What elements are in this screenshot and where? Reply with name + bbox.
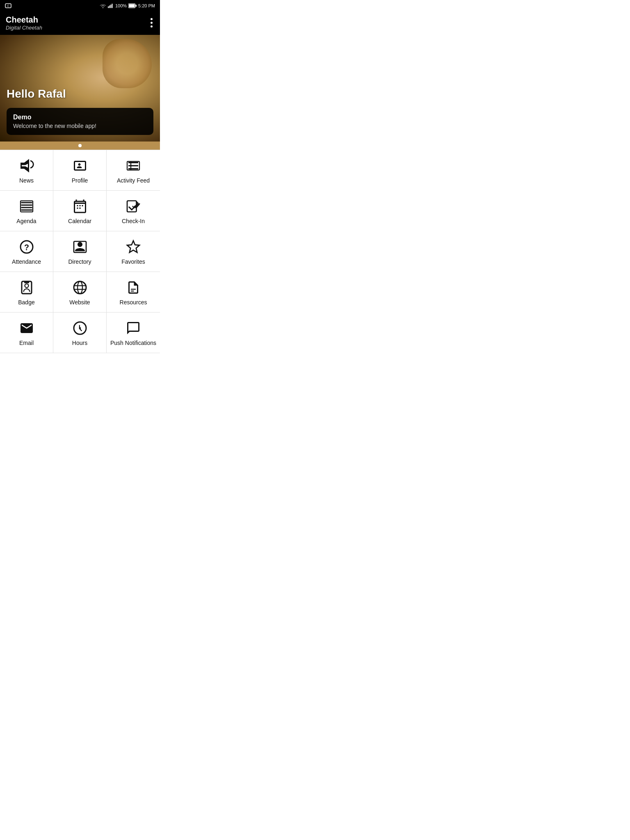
hero-card-body: Welcome to the new mobile app! — [13, 123, 147, 129]
grid-item-calendar[interactable]: Calendar — [53, 191, 107, 231]
grid-item-news[interactable]: News — [0, 150, 53, 191]
svg-rect-18 — [24, 281, 29, 283]
app-header: Cheetah Digital Cheetah — [0, 11, 160, 35]
battery-text: 100% — [115, 3, 127, 8]
more-menu-button[interactable] — [149, 16, 154, 29]
email-icon — [18, 320, 35, 336]
svg-rect-4 — [110, 5, 111, 8]
profile-icon — [72, 158, 88, 174]
push-notifications-icon — [125, 320, 142, 336]
grid-item-email[interactable]: Email — [0, 313, 53, 353]
grid-item-attendance[interactable]: ? Attendance — [0, 231, 53, 272]
hero-section: Hello Rafal Demo Welcome to the new mobi… — [0, 35, 160, 142]
svg-rect-5 — [112, 4, 112, 8]
grid-label-activity-feed: Activity Feed — [117, 177, 150, 184]
grid-item-push-notifications[interactable]: Push Notifications — [107, 313, 160, 353]
status-bar: C 100% 5:20 PM — [0, 0, 160, 11]
grid-item-check-in[interactable]: Check-In — [107, 191, 160, 231]
grid-item-agenda[interactable]: Agenda — [0, 191, 53, 231]
svg-point-20 — [78, 281, 82, 294]
carousel-dots — [0, 142, 160, 150]
calendar-icon — [72, 198, 88, 215]
grid-item-website[interactable]: Website — [53, 272, 107, 313]
hero-card-title: Demo — [13, 114, 147, 121]
time-text: 5:20 PM — [138, 3, 155, 8]
grid-label-check-in: Check-In — [122, 218, 145, 224]
svg-rect-8 — [129, 4, 135, 7]
grid-label-agenda: Agenda — [16, 218, 36, 224]
activity-feed-icon — [125, 158, 142, 174]
hero-greeting: Hello Rafal — [7, 87, 66, 100]
grid-label-news: News — [19, 177, 34, 184]
grid-item-badge[interactable]: Badge — [0, 272, 53, 313]
signal-icon — [108, 3, 114, 8]
grid-label-badge: Badge — [18, 299, 34, 306]
badge-icon — [18, 279, 35, 296]
grid-label-hours: Hours — [72, 340, 87, 346]
grid-item-profile[interactable]: Profile — [53, 150, 107, 191]
checkin-icon — [125, 198, 142, 215]
svg-text:C: C — [7, 5, 9, 7]
grid-item-activity-feed[interactable]: Activity Feed — [107, 150, 160, 191]
website-icon — [72, 279, 88, 296]
svg-text:?: ? — [24, 243, 29, 252]
svg-point-17 — [25, 284, 28, 288]
favorites-icon — [125, 239, 142, 255]
grid-item-hours[interactable]: Hours — [53, 313, 107, 353]
grid-label-attendance: Attendance — [12, 258, 41, 265]
grid-item-resources[interactable]: Resources — [107, 272, 160, 313]
svg-rect-2 — [108, 6, 109, 8]
resources-icon — [125, 279, 142, 296]
hero-card[interactable]: Demo Welcome to the new mobile app! — [7, 108, 153, 135]
grid-label-push-notifications: Push Notifications — [110, 340, 156, 346]
grid-label-website: Website — [69, 299, 90, 306]
grid-label-favorites: Favorites — [121, 258, 145, 265]
directory-icon — [72, 239, 88, 255]
status-left: C — [5, 3, 11, 8]
grid-label-calendar: Calendar — [68, 218, 91, 224]
status-right: 100% 5:20 PM — [100, 3, 155, 8]
grid-item-directory[interactable]: Directory — [53, 231, 107, 272]
hours-icon — [72, 320, 88, 336]
svg-rect-7 — [136, 5, 137, 7]
wifi-icon — [100, 3, 106, 8]
grid-menu: News Profile Activity Feed Agend — [0, 150, 160, 353]
grid-label-resources: Resources — [120, 299, 147, 306]
app-icon: C — [5, 3, 11, 8]
agenda-icon — [18, 198, 35, 215]
app-header-info: Cheetah Digital Cheetah — [6, 15, 42, 31]
megaphone-icon — [18, 158, 35, 174]
app-subtitle: Digital Cheetah — [6, 25, 42, 31]
attendance-icon: ? — [18, 239, 35, 255]
app-title: Cheetah — [6, 15, 42, 25]
svg-rect-3 — [109, 5, 110, 8]
svg-point-24 — [79, 327, 81, 329]
grid-label-directory: Directory — [68, 258, 91, 265]
carousel-dot-0[interactable] — [78, 144, 82, 147]
battery-icon — [128, 3, 137, 8]
svg-point-19 — [74, 281, 86, 294]
grid-label-email: Email — [19, 340, 34, 346]
grid-label-profile: Profile — [72, 177, 88, 184]
grid-item-favorites[interactable]: Favorites — [107, 231, 160, 272]
